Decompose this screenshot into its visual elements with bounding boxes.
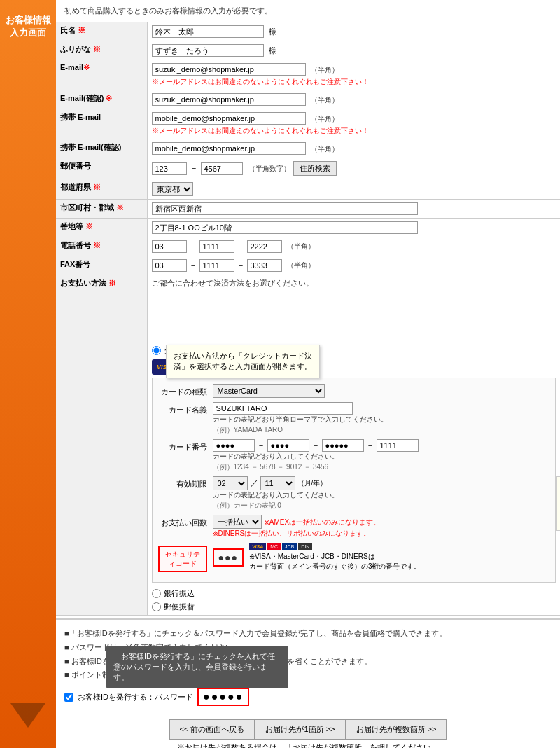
fax-input2[interactable] [200, 259, 234, 272]
card-type-select[interactable]: MasterCard VISA JCB AMEX DINERS [213, 384, 325, 398]
id-issue-checkbox[interactable] [64, 693, 74, 702]
sidebar-label: お客様情報入力画面 [2, 7, 55, 46]
phone-input1[interactable] [152, 240, 187, 253]
sidebar: お客様情報入力画面 [0, 0, 56, 748]
security-code-label: セキュリティコード [162, 550, 203, 568]
field-label-phone: 電話番号 ※ [56, 237, 147, 256]
security-code-note: ※VISA・MasterCard・JCB・DINERSはカード背面（メイン番号の… [249, 552, 421, 572]
main-content: 初めて商品購入するときのみお客様情報の入力が必要です。 氏名 ※ 様 ふりがな … [56, 0, 560, 748]
card-number-input4[interactable] [377, 439, 419, 452]
mobile-email-input[interactable] [152, 112, 306, 125]
phone-input2[interactable] [200, 240, 234, 253]
city-input[interactable] [152, 202, 418, 215]
bottom-info1: ■「お客様IDを発行する」にチェック＆パスワード入力で会員登録が完了し、商品を会… [64, 627, 552, 641]
field-label-city: 市区町村・郡域 ※ [56, 200, 147, 219]
amex-note: ※AMEXは一括払いのみになります。 [264, 518, 380, 526]
field-label-mobile-email: 携帯 E-mail [56, 109, 147, 139]
card-number-hint: カードの表記どおり入力してください。 [213, 452, 550, 462]
security-code-input-wrapper: ●●● [213, 548, 244, 567]
password-dots: ●●●●● [203, 691, 244, 702]
card-name-example: （例）YAMADA TARO [213, 426, 284, 434]
postal-radio[interactable] [152, 602, 161, 611]
tooltip-security: 不正防止のためセキュリティコードは注文毎に入力が必要です。※セキュリティコード項… [556, 476, 560, 531]
field-label-payment: お支払い方法 ※ [56, 275, 147, 616]
field-label-email: E-mail※ [56, 60, 147, 90]
card-expiry-label: 有効期限 [158, 476, 207, 490]
card-name-input[interactable] [213, 402, 353, 415]
field-label-zip: 郵便番号 [56, 158, 147, 179]
card-name-hint: カードの表記どおり半角ローマ字で入力してください。 [213, 415, 550, 424]
zip-input1[interactable] [152, 162, 187, 175]
delivery-multi-button[interactable]: お届け先が複数箇所 >> [346, 719, 447, 740]
customer-form: 氏名 ※ 様 ふりがな ※ 様 E-mail※ （半角） [56, 22, 560, 616]
intro-text: 初めて商品購入するときのみお客様情報の入力が必要です。 [56, 0, 560, 22]
zip-input2[interactable] [201, 162, 243, 175]
expiry-year-select[interactable]: 11 [260, 476, 295, 490]
field-label-prefecture: 都道府県 ※ [56, 179, 147, 200]
address-search-button[interactable]: 住所検索 [293, 161, 337, 176]
id-issue-label: お客様IDを発行する：パスワード [78, 692, 193, 702]
delivery-single-button[interactable]: お届け先が1箇所 >> [255, 719, 345, 740]
footer-note: ※お届け先が複数ある場合は、「お届け先が複数箇所」を押してください。 [56, 740, 560, 748]
field-label-email-confirm: E-mail(確認) ※ [56, 90, 147, 109]
diners-note: ※DINERSは一括払い、リポ払いのみになります。 [213, 529, 550, 539]
card-number-input2[interactable] [267, 439, 309, 452]
card-expiry-example: （例）カードの表記 0 [213, 501, 281, 509]
card-number-example: （例）1234 － 5678 － 9012 － 3456 [213, 463, 329, 471]
bank-radio[interactable] [152, 589, 161, 598]
address-input[interactable] [152, 221, 418, 234]
security-card-logos: VISA MC JCB DIN [249, 543, 421, 550]
card-count-label: お支払い回数 [158, 515, 207, 528]
credit-radio[interactable] [152, 346, 161, 355]
password-input-wrapper: ●●●●● [197, 688, 249, 706]
security-code-section: セキュリティコード [158, 546, 207, 572]
field-label-furigana: ふりがな ※ [56, 41, 147, 60]
field-label-mobile-email-confirm: 携帯 E-mail(確認) [56, 139, 147, 158]
bank-radio-label: 銀行振込 [164, 588, 195, 599]
mobile-email-confirm-input[interactable] [152, 142, 306, 155]
field-label-address: 番地等 ※ [56, 219, 147, 237]
fax-input3[interactable] [247, 259, 282, 272]
bottom-section: ■「お客様IDを発行する」にチェック＆パスワード入力で会員登録が完了し、商品を会… [56, 618, 560, 713]
field-label-name: 氏名 ※ [56, 22, 147, 41]
security-code-dots: ●●● [218, 552, 238, 563]
fax-input1[interactable] [152, 259, 187, 272]
payment-desc: ご都合に合わせて決済方法をお選びください。 [152, 278, 556, 289]
field-label-fax: FAX番号 [56, 256, 147, 275]
card-name-label: カード名義 [158, 402, 207, 415]
card-number-input1[interactable] [213, 439, 255, 452]
card-section: 選択できるカードの種類はカード会社の審査結果によって異なります。 ▼カードの種類… [152, 378, 556, 583]
card-number-label: カード番号 [158, 439, 207, 452]
name-input[interactable] [152, 25, 264, 38]
card-number-input3[interactable] [322, 439, 364, 452]
payment-count-select[interactable]: 一括払い [213, 515, 262, 529]
navigation-buttons: << 前の画面へ戻る お届け先が1箇所 >> お届け先が複数箇所 >> [56, 719, 560, 740]
furigana-input[interactable] [152, 44, 264, 57]
card-type-label: カードの種類 [158, 384, 207, 397]
card-expiry-hint: カードの表記どおり入力してください。 [213, 490, 550, 500]
prefecture-select[interactable]: 東京都 [152, 182, 193, 196]
phone-input3[interactable] [247, 240, 282, 253]
tooltip-id-issuance: 「お客様IDを発行する」にチェックを入れて任意のパスワードを入力し、会員登録を行… [106, 646, 288, 688]
expiry-month-select[interactable]: 02 [213, 476, 248, 490]
postal-radio-label: 郵便振替 [164, 602, 195, 612]
bank-options: 銀行振込 郵便振替 [152, 588, 556, 612]
back-button[interactable]: << 前の画面へ戻る [169, 719, 255, 740]
email-input[interactable] [152, 63, 306, 76]
tooltip-payment: お支払い方法から「クレジットカード決済」を選択すると入力画面が開きます。 [166, 345, 320, 378]
email-confirm-input[interactable] [152, 93, 306, 106]
